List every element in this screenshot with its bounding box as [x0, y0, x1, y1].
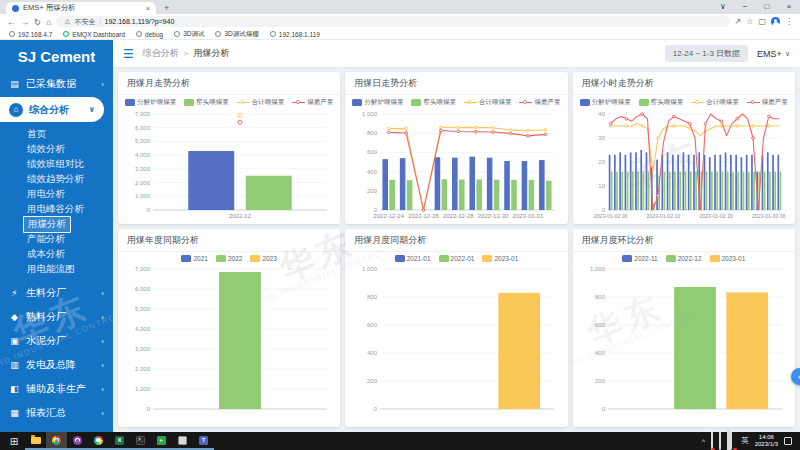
- tab-close-icon[interactable]: ×: [146, 5, 150, 12]
- tab-search-icon[interactable]: ∨: [712, 0, 734, 14]
- legend-item[interactable]: 2023: [250, 255, 276, 262]
- legend-label: 2022-12: [678, 255, 702, 262]
- taskbar-app-chrome[interactable]: [46, 432, 67, 450]
- sidebar-item-产能分析[interactable]: 产能分析: [27, 232, 113, 247]
- taskbar-app-hmi-app[interactable]: [172, 432, 193, 450]
- chevron-right-icon: ›: [101, 385, 104, 394]
- legend-item[interactable]: 分解炉喂煤量: [580, 98, 631, 107]
- sidebar-item-绩效趋势分析[interactable]: 绩效趋势分析: [27, 172, 113, 187]
- legend-item[interactable]: 2023-01: [482, 255, 518, 262]
- legend-bar-chip: [125, 99, 135, 106]
- bookmark-item[interactable]: EMQX Dashboard: [63, 31, 125, 38]
- ime-indicator[interactable]: 英: [741, 436, 749, 446]
- legend-item[interactable]: 2021-01: [395, 255, 431, 262]
- chart-legend: 2021-012022-012023-01: [345, 252, 567, 262]
- sidebar-group-水泥分厂[interactable]: ▣水泥分厂›: [0, 329, 113, 353]
- reload-icon[interactable]: ↻: [34, 17, 41, 27]
- sidebar-group-发电及总降[interactable]: ▥发电及总降›: [0, 353, 113, 377]
- legend-item[interactable]: 煤磨产量: [292, 98, 333, 107]
- sidebar-group-label: 发电及总降: [26, 358, 76, 372]
- home-icon[interactable]: ⌂: [46, 17, 51, 27]
- legend-item[interactable]: 合计喂煤量: [691, 98, 739, 107]
- sidebar-item-用煤分析[interactable]: 用煤分析: [27, 217, 113, 232]
- sidebar-item-绩效班组对比[interactable]: 绩效班组对比: [27, 157, 113, 172]
- taskbar-app-excel[interactable]: X: [109, 432, 130, 450]
- taskbar-app-media-app[interactable]: ▸: [151, 432, 172, 450]
- share-icon[interactable]: ↗: [735, 17, 742, 26]
- taskbar-app-teams-app[interactable]: T: [193, 432, 214, 450]
- bookmark-item[interactable]: 3D调试: [174, 30, 204, 39]
- browser-menu-icon[interactable]: ⋮: [785, 17, 793, 26]
- chart-title: 用煤小时走势分析: [573, 72, 795, 95]
- bookmark-star-icon[interactable]: ☆: [746, 17, 753, 26]
- legend-item[interactable]: 分解炉喂煤量: [125, 98, 176, 107]
- sidebar-group-辅助及非生产[interactable]: ◧辅助及非生产›: [0, 377, 113, 401]
- browser-tab[interactable]: EMS+ 用煤分析 ×: [6, 2, 156, 14]
- bookmark-item[interactable]: debug: [136, 31, 163, 38]
- minimize-button[interactable]: −: [734, 0, 756, 14]
- display-tray-icon[interactable]: [711, 432, 713, 450]
- sidebar-item-用电分析[interactable]: 用电分析: [27, 187, 113, 202]
- sidebar-group-label: 综合分析: [29, 103, 69, 117]
- date-range-badge[interactable]: 12-24 ~ 1-3 日数据: [665, 45, 748, 62]
- sidebar-group-生料分厂[interactable]: ⚡生料分厂›: [0, 281, 113, 305]
- legend-item[interactable]: 合计喂煤量: [464, 98, 512, 107]
- address-bar: ← → ↻ ⌂ ⚠ 不安全 192.168.1.119/?p=940 ↗ ☆ ▢…: [0, 14, 800, 29]
- svg-text:10: 10: [598, 183, 605, 189]
- legend-item[interactable]: 2022-12: [666, 255, 702, 262]
- start-button[interactable]: ⊞: [3, 436, 25, 447]
- sidebar-group-综合分析[interactable]: ⌂ 综合分析 ∨: [0, 97, 104, 122]
- legend-item[interactable]: 分解炉喂煤量: [352, 98, 403, 107]
- sidebar-group-熟料分厂[interactable]: ◆熟料分厂›: [0, 305, 113, 329]
- hamburger-icon[interactable]: ☰: [123, 47, 134, 61]
- bookmark-label: 3D调试煤棚: [224, 30, 258, 39]
- legend-item[interactable]: 窑头喂煤量: [184, 98, 229, 107]
- globe-icon: [215, 31, 221, 37]
- legend-item[interactable]: 2023-01: [710, 255, 746, 262]
- notification-center-icon[interactable]: [784, 437, 792, 445]
- legend-item[interactable]: 2022: [216, 255, 242, 262]
- svg-text:2023-01-03 06: 2023-01-03 06: [752, 213, 786, 219]
- sidebar-group-报表汇总[interactable]: ▦报表汇总›: [0, 401, 113, 425]
- close-button[interactable]: ×: [778, 0, 800, 14]
- legend-item[interactable]: 窑头喂煤量: [639, 98, 684, 107]
- sidebar-item-绩效分析[interactable]: 绩效分析: [27, 142, 113, 157]
- profile-avatar[interactable]: [771, 17, 780, 26]
- legend-item[interactable]: 窑头喂煤量: [411, 98, 456, 107]
- legend-item[interactable]: 煤磨产量: [747, 98, 788, 107]
- globe-icon: [270, 31, 276, 37]
- legend-item[interactable]: 2022-11: [622, 255, 657, 262]
- bookmark-label: 192.168.1.119: [279, 31, 320, 38]
- maximize-button[interactable]: □: [756, 0, 778, 14]
- taskbar-app-file-explorer[interactable]: [25, 432, 46, 450]
- bookmark-item[interactable]: 3D调试煤棚: [215, 30, 258, 39]
- clock[interactable]: 14:06 2023/1/3: [755, 434, 778, 448]
- sidebar-item-用电峰谷分析[interactable]: 用电峰谷分析: [27, 202, 113, 217]
- tray-expand-icon[interactable]: ^: [702, 438, 705, 445]
- taskbar-app-purple-app[interactable]: [67, 432, 88, 450]
- legend-item[interactable]: 2021: [181, 255, 207, 262]
- chat-tray-icon[interactable]: [719, 432, 721, 450]
- profile-dropdown[interactable]: EMS+ ∨: [757, 49, 790, 59]
- tab-preview-icon[interactable]: ▢: [758, 17, 766, 26]
- sidebar-group-已采集数据[interactable]: ▤已采集数据›: [0, 72, 113, 96]
- bookmark-item[interactable]: 192.168.1.119: [270, 31, 320, 38]
- chart-area: 01,0002,0003,0004,0005,0006,0007,0002022…: [118, 107, 340, 224]
- speaker-tray-icon[interactable]: [727, 432, 735, 450]
- chart-card-2: 用煤日走势分析分解炉喂煤量窑头喂煤量合计喂煤量煤磨产量0200400600800…: [345, 72, 567, 224]
- bookmark-item[interactable]: 192.168.4.7: [9, 31, 52, 38]
- legend-item[interactable]: 煤磨产量: [519, 98, 560, 107]
- sidebar-item-首页[interactable]: 首页: [27, 127, 113, 142]
- taskbar-app-color-wheel-app[interactable]: [88, 432, 109, 450]
- url-field[interactable]: ⚠ 不安全 192.168.1.119/?p=940: [56, 16, 729, 27]
- breadcrumb-item[interactable]: 综合分析: [143, 47, 179, 60]
- sidebar-item-成本分析[interactable]: 成本分析: [27, 247, 113, 262]
- legend-item[interactable]: 2022-01: [439, 255, 475, 262]
- legend-bar-chip: [439, 255, 449, 262]
- taskbar-app-terminal[interactable]: >_: [130, 432, 151, 450]
- sidebar-item-用电能流图[interactable]: 用电能流图: [27, 262, 113, 277]
- forward-icon[interactable]: →: [21, 17, 30, 27]
- new-tab-button[interactable]: +: [164, 3, 169, 13]
- legend-item[interactable]: 合计喂煤量: [237, 98, 285, 107]
- back-icon[interactable]: ←: [7, 17, 16, 27]
